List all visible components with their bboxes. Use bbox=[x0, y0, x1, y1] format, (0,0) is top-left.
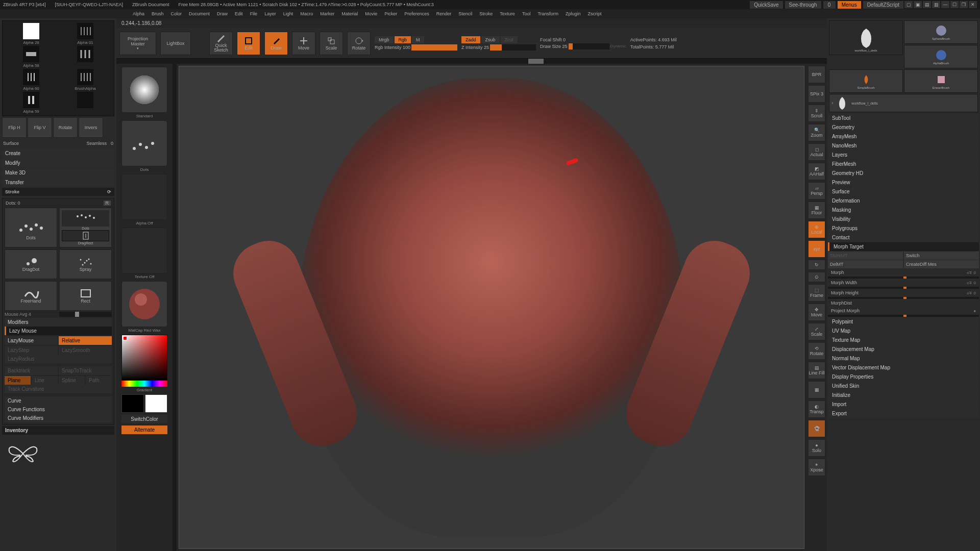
normalmap-section[interactable]: Normal Map bbox=[828, 354, 979, 363]
arraymesh-section[interactable]: ArrayMesh bbox=[828, 132, 979, 141]
morph-height-slider[interactable]: Morph Height±∓ 0 bbox=[828, 289, 979, 296]
scroll-button[interactable]: ⇕Scroll bbox=[808, 105, 825, 122]
track-plane[interactable]: Plane bbox=[5, 376, 31, 385]
switch-button[interactable]: Switch bbox=[904, 252, 979, 260]
inverse-button[interactable]: Invers bbox=[79, 117, 103, 138]
modify-button[interactable]: Modify bbox=[2, 159, 114, 167]
restore-icon[interactable]: ❐ bbox=[960, 1, 968, 8]
xpose-button[interactable]: ✶Xpose bbox=[808, 459, 825, 476]
nanomesh-section[interactable]: NanoMesh bbox=[828, 141, 979, 150]
layout-4-icon[interactable]: ▥ bbox=[932, 1, 940, 8]
actual-button[interactable]: ◻Actual bbox=[808, 143, 825, 161]
curve-section[interactable]: Curve bbox=[5, 396, 112, 405]
z-intensity-label[interactable]: Z Intensity 25 bbox=[461, 45, 489, 50]
scale-view-button[interactable]: ⤢Scale bbox=[808, 323, 825, 340]
mrgb-button[interactable]: Mrgb bbox=[375, 36, 394, 43]
rgb-button[interactable]: Rgb bbox=[395, 36, 411, 43]
menu-edit[interactable]: Edit bbox=[235, 11, 243, 16]
menu-zscript[interactable]: Zscript bbox=[588, 11, 602, 16]
visibility-section[interactable]: Visibility bbox=[828, 215, 979, 223]
zcut-button[interactable]: Zcut bbox=[501, 36, 518, 43]
geometryhd-section[interactable]: Geometry HD bbox=[828, 169, 979, 178]
zsub-button[interactable]: Zsub bbox=[481, 36, 500, 43]
stroke-rect[interactable]: Rect bbox=[59, 281, 112, 311]
morph-slider[interactable]: Morph±∓ 0 bbox=[828, 269, 979, 276]
stroke-header[interactable]: Stroke⟳ bbox=[2, 188, 114, 196]
lazysmooth-slider[interactable]: LazySmooth bbox=[59, 346, 112, 355]
menu-brush[interactable]: Brush bbox=[152, 11, 164, 16]
color-picker[interactable] bbox=[121, 335, 167, 381]
m-button[interactable]: M bbox=[412, 36, 424, 43]
viewport-canvas[interactable] bbox=[179, 66, 804, 549]
flip-v-button[interactable]: Flip V bbox=[28, 117, 52, 138]
geometry-section[interactable]: Geometry bbox=[828, 123, 979, 132]
subtool-section[interactable]: SubTool bbox=[828, 114, 979, 122]
alpha-thumb[interactable]: Alpha 58 bbox=[5, 46, 58, 68]
mouse-avg-slider[interactable]: Mouse Avg 4 bbox=[5, 312, 57, 317]
current-stroke-thumb[interactable] bbox=[121, 120, 167, 166]
track-path[interactable]: Path bbox=[86, 376, 112, 385]
stroke-dots-big[interactable]: Dots bbox=[5, 208, 57, 247]
lazystep-slider[interactable]: LazyStep bbox=[5, 346, 58, 355]
move-view-button[interactable]: ✥Move bbox=[808, 304, 825, 321]
draw-size-label[interactable]: Draw Size 25 bbox=[540, 44, 568, 49]
sculpt-mesh[interactable] bbox=[298, 78, 685, 537]
close-icon[interactable]: ✕ bbox=[969, 1, 977, 8]
create-button[interactable]: Create bbox=[2, 149, 114, 158]
menu-zplugin[interactable]: Zplugin bbox=[566, 11, 581, 16]
secondary-color[interactable] bbox=[121, 394, 144, 413]
seethrough-value[interactable]: 0 bbox=[823, 1, 836, 9]
track-line[interactable]: Line bbox=[32, 376, 58, 385]
inventory-header[interactable]: Inventory bbox=[2, 426, 114, 435]
alpha-thumb[interactable]: BrushAlpha bbox=[59, 69, 112, 91]
snaptotrack-toggle[interactable]: SnapToTrack bbox=[59, 366, 112, 375]
menu-stroke[interactable]: Stroke bbox=[479, 11, 493, 16]
replay-button[interactable]: R bbox=[104, 201, 111, 206]
layout-2-icon[interactable]: ▣ bbox=[914, 1, 922, 8]
gradient-label[interactable]: Gradient bbox=[137, 388, 153, 392]
polygroups-section[interactable]: Polygroups bbox=[828, 224, 979, 233]
creatediffmesh-button[interactable]: CreateDiff Mes bbox=[904, 260, 979, 268]
layout-3-icon[interactable]: ▤ bbox=[923, 1, 931, 8]
dynamic-toggle[interactable]: Dynamic bbox=[610, 44, 626, 48]
alpha-thumb[interactable] bbox=[59, 92, 112, 114]
alternate-button[interactable]: Alternate bbox=[121, 425, 167, 434]
rotate-view-button[interactable]: ⟲Rotate bbox=[808, 342, 825, 360]
project-morph-slider[interactable]: Project Morph● bbox=[828, 307, 979, 314]
current-material-thumb[interactable] bbox=[121, 281, 167, 327]
draw-size-slider[interactable] bbox=[569, 43, 609, 49]
current-texture-thumb[interactable] bbox=[121, 228, 167, 273]
import-section[interactable]: Import bbox=[828, 400, 979, 409]
menu-file[interactable]: File bbox=[250, 11, 258, 16]
rot-y-button[interactable]: ↻ bbox=[808, 260, 825, 270]
menu-layer[interactable]: Layer bbox=[264, 11, 276, 16]
menu-light[interactable]: Light bbox=[283, 11, 293, 16]
make3d-button[interactable]: Make 3D bbox=[2, 168, 114, 177]
track-curvature[interactable]: Track Curvature bbox=[5, 385, 112, 393]
transp-button[interactable]: ◐Transp bbox=[808, 400, 825, 418]
contact-section[interactable]: Contact bbox=[828, 233, 979, 242]
seethrough-label[interactable]: See-through bbox=[785, 1, 821, 9]
menu-tool[interactable]: Tool bbox=[522, 11, 531, 16]
rgb-intensity-slider[interactable] bbox=[411, 44, 457, 51]
stroke-dots-small[interactable]: Dots DragRect bbox=[59, 208, 112, 247]
texturemap-section[interactable]: Texture Map bbox=[828, 336, 979, 344]
default-zscript[interactable]: DefaultZScript bbox=[863, 1, 903, 9]
tool-thumb-main[interactable]: 3 workflow_l_detls bbox=[829, 20, 903, 55]
lazymouse-toggle[interactable]: LazyMouse bbox=[5, 336, 58, 345]
uvmap-section[interactable]: UV Map bbox=[828, 327, 979, 335]
z-intensity-slider[interactable] bbox=[490, 44, 536, 51]
alpha-thumb[interactable]: Alpha 28 bbox=[5, 23, 58, 45]
solo-button[interactable]: ●Solo bbox=[808, 439, 825, 457]
menu-preferences[interactable]: Preferences bbox=[404, 11, 429, 16]
persp-button[interactable]: ▱Persp bbox=[808, 182, 825, 199]
switchcolor-button[interactable]: SwitchColor bbox=[121, 415, 167, 423]
zadd-button[interactable]: Zadd bbox=[461, 36, 480, 43]
current-alpha-thumb[interactable] bbox=[121, 174, 167, 220]
relative-toggle[interactable]: Relative bbox=[59, 336, 112, 345]
menu-stencil[interactable]: Stencil bbox=[458, 11, 472, 16]
timeline-scrubber[interactable] bbox=[116, 59, 827, 64]
quicksave-button[interactable]: QuickSave bbox=[750, 1, 782, 9]
quick-sketch-button[interactable]: Quick Sketch bbox=[209, 32, 233, 55]
masking-section[interactable]: Masking bbox=[828, 206, 979, 214]
